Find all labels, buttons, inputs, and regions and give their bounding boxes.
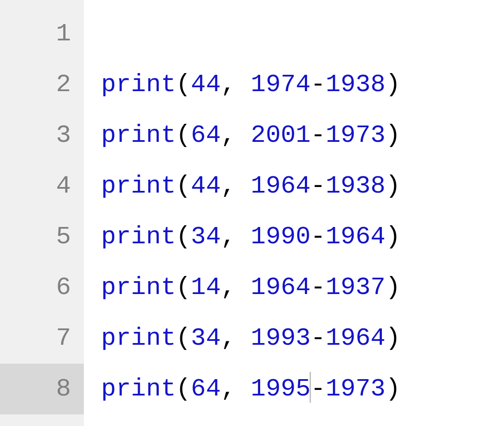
token-punc: ) — [385, 70, 400, 98]
token-num: 2001 — [251, 121, 310, 149]
code-line[interactable]: print(44, 1964-1938) — [101, 161, 504, 211]
token-punc: , — [221, 223, 251, 251]
token-punc: - — [310, 324, 326, 352]
token-punc: ( — [176, 172, 191, 200]
token-num: 1964 — [251, 172, 310, 200]
token-punc: - — [310, 223, 326, 251]
code-line[interactable]: print(44, 1974-1938) — [101, 59, 504, 110]
token-num: 1990 — [251, 223, 310, 251]
token-num: 1938 — [326, 172, 385, 200]
token-punc: , — [221, 273, 251, 301]
token-punc: - — [310, 172, 326, 200]
code-line[interactable]: print(34, 1990-1964) — [101, 211, 504, 262]
code-line[interactable]: print(64, 2001-1973) — [101, 110, 504, 161]
line-number: 6 — [0, 262, 84, 313]
token-punc: ( — [176, 121, 191, 149]
token-punc: ( — [176, 375, 191, 403]
token-num: 44 — [191, 70, 221, 98]
line-number: 4 — [0, 161, 84, 211]
token-punc: - — [310, 70, 326, 98]
text-cursor — [310, 372, 311, 403]
token-num: 1964 — [326, 223, 385, 251]
token-num: 44 — [191, 172, 221, 200]
code-line[interactable]: print(14, 1964-1937) — [101, 262, 504, 313]
token-num: 1993 — [251, 324, 310, 352]
token-punc: ) — [385, 375, 400, 403]
token-punc: , — [221, 70, 251, 98]
token-punc: ) — [385, 223, 400, 251]
token-punc: , — [221, 172, 251, 200]
token-func: print — [101, 121, 176, 149]
token-num: 64 — [191, 121, 221, 149]
code-line[interactable] — [101, 9, 504, 59]
token-punc: - — [310, 273, 326, 301]
token-num: 34 — [191, 324, 221, 352]
token-punc: , — [221, 324, 251, 352]
token-num: 1973 — [326, 121, 385, 149]
token-func: print — [101, 70, 176, 98]
line-number: 1 — [0, 9, 84, 59]
line-number-gutter: 12345678 — [0, 0, 84, 426]
token-num: 1938 — [326, 70, 385, 98]
token-num: 34 — [191, 223, 221, 251]
token-punc: ) — [385, 172, 400, 200]
token-punc: , — [221, 121, 251, 149]
token-punc: - — [310, 121, 326, 149]
line-number: 7 — [0, 313, 84, 364]
line-number: 5 — [0, 211, 84, 262]
line-number: 3 — [0, 110, 84, 161]
token-func: print — [101, 324, 176, 352]
token-num: 64 — [191, 375, 221, 403]
code-editor-area[interactable]: print(44, 1974-1938)print(64, 2001-1973)… — [84, 0, 504, 426]
token-num: 1937 — [326, 273, 385, 301]
line-number: 8 — [0, 364, 84, 414]
token-punc: ( — [176, 273, 191, 301]
token-num: 1995 — [251, 375, 310, 403]
token-punc: ) — [385, 324, 400, 352]
line-number: 2 — [0, 59, 84, 110]
token-func: print — [101, 375, 176, 403]
token-func: print — [101, 172, 176, 200]
code-line[interactable]: print(64, 1995-1973) — [101, 364, 504, 414]
token-punc: , — [221, 375, 251, 403]
token-punc: ( — [176, 70, 191, 98]
token-num: 1973 — [326, 375, 385, 403]
token-punc: - — [310, 375, 326, 403]
token-num: 1964 — [251, 273, 310, 301]
token-punc: ( — [176, 324, 191, 352]
token-punc: ( — [176, 223, 191, 251]
token-punc: ) — [385, 121, 400, 149]
token-func: print — [101, 273, 176, 301]
token-punc: ) — [385, 273, 400, 301]
code-line[interactable]: print(34, 1993-1964) — [101, 313, 504, 364]
token-func: print — [101, 223, 176, 251]
token-num: 1974 — [251, 70, 310, 98]
token-num: 1964 — [326, 324, 385, 352]
token-num: 14 — [191, 273, 221, 301]
